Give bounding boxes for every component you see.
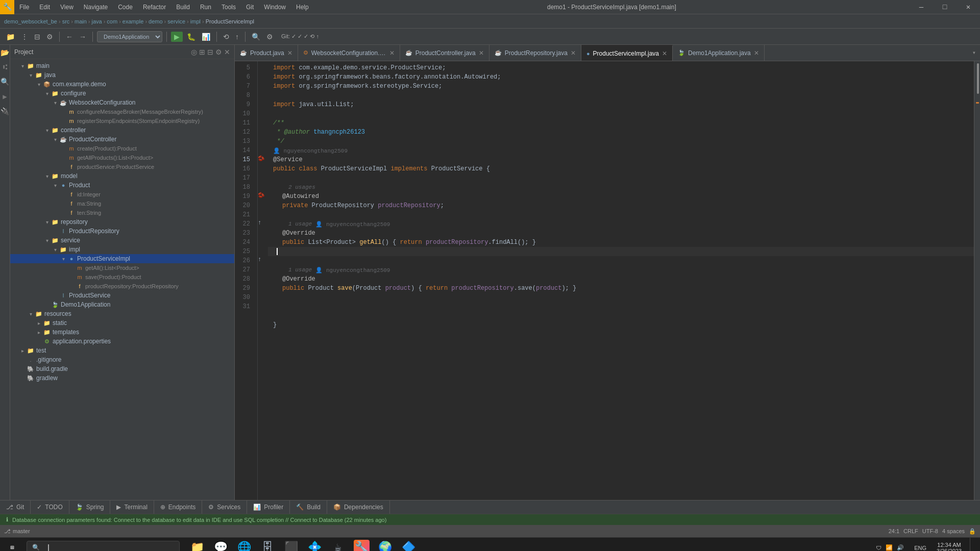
tab-websocket-config[interactable]: ⚙ WebsocketConfiguration.java ✕ <box>298 45 400 61</box>
list-item[interactable]: m create(Product):Product <box>10 144 234 153</box>
taskbar-app-globe[interactable]: 🌐 <box>233 538 255 552</box>
tab-todo[interactable]: ✓ TODO <box>31 500 69 514</box>
menu-tools[interactable]: Tools <box>216 0 241 14</box>
forward-btn[interactable]: → <box>77 32 88 42</box>
list-item[interactable]: ▾ ● Product <box>10 181 234 190</box>
breadcrumb-example[interactable]: example <box>122 18 144 24</box>
profile-button[interactable]: 📊 <box>200 32 212 42</box>
taskbar-app-java[interactable]: ☕ <box>327 538 349 552</box>
menu-git[interactable]: Git <box>241 0 259 14</box>
tab-close-icon[interactable]: ✕ <box>389 49 395 57</box>
tab-close-icon[interactable]: ✕ <box>754 49 759 57</box>
close-button[interactable]: ✕ <box>957 0 980 14</box>
tree-close-btn[interactable]: ✕ <box>224 48 230 56</box>
breadcrumb-src[interactable]: src <box>62 18 70 24</box>
breadcrumb-com[interactable]: com <box>107 18 117 24</box>
list-item[interactable]: ▾ 📁 java <box>10 70 234 80</box>
list-item[interactable]: m getAll():List<Product> <box>10 263 234 272</box>
menu-code[interactable]: Code <box>113 0 138 14</box>
back-btn[interactable]: ← <box>64 32 75 42</box>
list-item[interactable]: ▾ 📁 controller <box>10 126 234 135</box>
code-content[interactable]: import com.example.demo.service.ProductS… <box>268 61 974 500</box>
project-tree-btn[interactable]: 📁 <box>4 32 17 42</box>
menu-run[interactable]: Run <box>195 0 216 14</box>
breadcrumb-project[interactable]: demo_websocket_be <box>4 18 57 24</box>
list-item[interactable]: 🐘 build.gradle <box>10 364 234 373</box>
app-run-selector[interactable]: Demo1Application <box>97 31 162 42</box>
menu-view[interactable]: View <box>55 0 79 14</box>
git-branch-status[interactable]: ⎇ master <box>4 528 30 535</box>
minimize-button[interactable]: — <box>910 0 933 14</box>
tab-dependencies[interactable]: 📦 Dependencies <box>327 500 390 514</box>
cursor-position[interactable]: 24:1 <box>889 528 899 534</box>
tab-product-java[interactable]: ☕ Product.java ✕ <box>235 45 298 61</box>
settings-btn[interactable]: ⚙ <box>44 32 55 42</box>
list-item[interactable]: ▾ 📁 repository <box>10 217 234 227</box>
list-item[interactable]: ▸ 📁 test <box>10 346 234 355</box>
menu-help[interactable]: Help <box>291 0 314 14</box>
tab-product-controller[interactable]: ☕ ProductController.java ✕ <box>400 45 489 61</box>
list-item[interactable]: f ma:String <box>10 199 234 208</box>
list-item[interactable]: . .gitignore <box>10 355 234 364</box>
list-item[interactable]: 🍃 Demo1Application <box>10 300 234 309</box>
editor-scrollbar[interactable] <box>974 61 980 500</box>
activity-search[interactable]: 🔍 <box>0 76 11 88</box>
tab-close-icon[interactable]: ✕ <box>479 49 484 57</box>
tab-close-icon[interactable]: ✕ <box>287 49 292 57</box>
taskbar-app-vscode[interactable]: 💠 <box>303 538 326 552</box>
collapse-tree-btn[interactable]: ⊟ <box>207 48 213 56</box>
taskbar-app-intellij[interactable]: 🔧 <box>350 538 373 552</box>
list-item[interactable]: ▾ 📁 model <box>10 171 234 181</box>
list-item[interactable]: f id:Integer <box>10 190 234 199</box>
collapse-all-btn[interactable]: ⊟ <box>32 32 42 42</box>
breadcrumb-main[interactable]: main <box>75 18 87 24</box>
tab-demo1-application[interactable]: 🍃 Demo1Application.java ✕ <box>673 45 765 61</box>
tab-close-icon[interactable]: ✕ <box>662 50 667 57</box>
list-item[interactable]: m registerStompEndpoints(StompEndpointRe… <box>10 116 234 126</box>
breadcrumb-demo[interactable]: demo <box>149 18 163 24</box>
activity-run[interactable]: ▶ <box>1 91 8 103</box>
tab-overflow-button[interactable]: ▾ <box>968 45 980 61</box>
system-tray[interactable]: 🛡 📶 🔊 <box>870 538 910 552</box>
list-item[interactable]: ▾ 📁 impl <box>10 245 234 254</box>
list-item[interactable]: ▾ 📦 com.example.demo <box>10 80 234 89</box>
tab-git[interactable]: ⎇ Git <box>0 500 31 514</box>
git-push-btn[interactable]: ↑ <box>233 32 241 42</box>
list-item[interactable]: I ProductService <box>10 291 234 300</box>
list-item[interactable]: ▾ 📁 configure <box>10 89 234 98</box>
activity-commit[interactable]: ⑆ <box>2 62 9 73</box>
git-update-btn[interactable]: ⟲ <box>221 32 231 42</box>
list-item[interactable]: ⚙ application.properties <box>10 337 234 346</box>
list-item[interactable]: 🐘 gradlew <box>10 373 234 383</box>
taskbar-app-explorer[interactable]: 📁 <box>186 538 208 552</box>
tab-endpoints[interactable]: ⊕ Endpoints <box>154 500 202 514</box>
recent-files-btn[interactable]: ⋮ <box>19 32 30 42</box>
line-ending[interactable]: CRLF <box>903 528 918 534</box>
expand-all-btn[interactable]: ⊞ <box>199 48 205 56</box>
taskbar-app-edge[interactable]: 🔷 <box>397 538 420 552</box>
tab-build[interactable]: 🔨 Build <box>290 500 327 514</box>
show-desktop-button[interactable] <box>970 538 976 552</box>
debug-button[interactable]: 🐛 <box>185 32 198 42</box>
tab-profiler[interactable]: 📊 Profiler <box>247 500 290 514</box>
tab-close-icon[interactable]: ✕ <box>571 49 576 57</box>
list-item[interactable]: f ten:String <box>10 208 234 217</box>
menu-file[interactable]: File <box>14 0 34 14</box>
list-item[interactable]: ▸ 📁 static <box>10 318 234 328</box>
list-item[interactable]: ▾ ☕ WebsocketConfiguration <box>10 98 234 107</box>
tab-product-service-impl[interactable]: ● ProductServiceImpl.java ✕ <box>581 45 673 61</box>
list-item[interactable]: ▸ 📁 templates <box>10 328 234 337</box>
list-item[interactable]: f productService:ProductService <box>10 162 234 171</box>
list-item[interactable]: m save(Product):Product <box>10 272 234 282</box>
search-everywhere-btn[interactable]: 🔍 <box>250 32 262 42</box>
breadcrumb-java[interactable]: java <box>92 18 102 24</box>
taskbar-app-chrome[interactable]: 🌍 <box>374 538 396 552</box>
locate-file-btn[interactable]: ◎ <box>191 48 197 56</box>
breadcrumb-impl[interactable]: impl <box>190 18 201 24</box>
activity-project[interactable]: 📂 <box>0 47 11 59</box>
menu-navigate[interactable]: Navigate <box>79 0 113 14</box>
taskbar-app-discord[interactable]: 💬 <box>209 538 232 552</box>
encoding[interactable]: UTF-8 <box>922 528 938 534</box>
taskbar-clock[interactable]: 12:34 AM 3/26/2023 <box>930 542 968 552</box>
taskbar-search-box[interactable]: 🔍 <box>27 541 180 552</box>
